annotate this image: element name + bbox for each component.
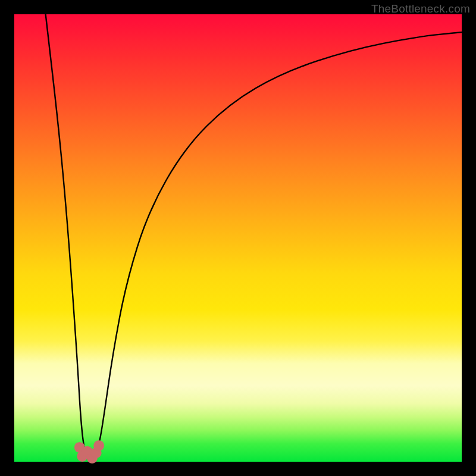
plot-area	[14, 14, 462, 462]
marker-group	[74, 440, 104, 464]
attribution-watermark: TheBottleneck.com	[371, 2, 470, 15]
chart-frame: TheBottleneck.com	[0, 0, 476, 476]
chart-svg	[14, 14, 462, 462]
valley-marker	[93, 440, 104, 451]
bottleneck-curve	[46, 14, 462, 461]
